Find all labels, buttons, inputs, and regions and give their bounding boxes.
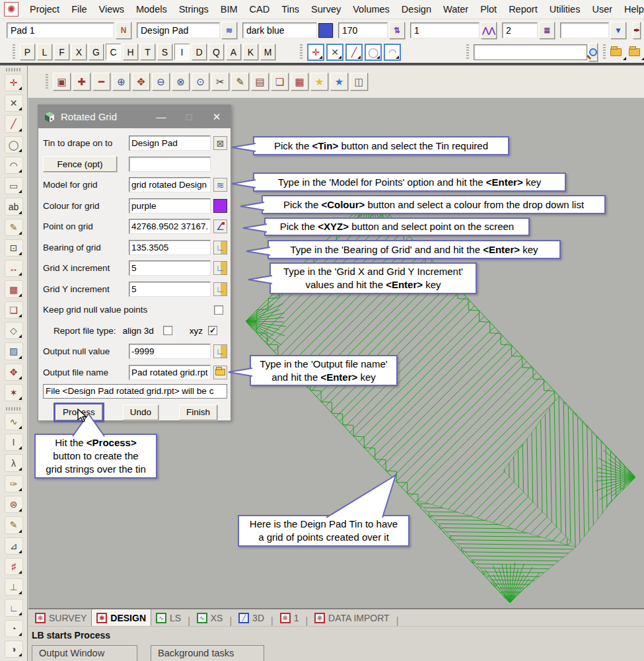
- rectangle-tool-button[interactable]: ▭: [5, 177, 23, 194]
- survey-tool-button[interactable]: λ: [5, 454, 23, 471]
- weight-field[interactable]: [502, 22, 538, 38]
- arc-tool-button[interactable]: ◠: [5, 157, 23, 174]
- sort-icon[interactable]: ⇅: [389, 22, 405, 39]
- move-tool-button[interactable]: ✥: [5, 364, 23, 381]
- search-input[interactable]: [474, 44, 587, 60]
- app-logo-icon[interactable]: ✺: [4, 2, 18, 17]
- menu-item-cad[interactable]: CAD: [244, 1, 276, 17]
- menu-item-water[interactable]: Water: [437, 1, 474, 17]
- angle-icon[interactable]: ∟: [213, 261, 227, 275]
- circle-snap-button[interactable]: ◯: [365, 44, 382, 61]
- edit-string-button[interactable]: ✎: [231, 73, 249, 91]
- point-snap-button[interactable]: ✛: [307, 44, 324, 61]
- zoom-window-button[interactable]: ⊙: [192, 73, 209, 91]
- tool-letter-h[interactable]: H: [123, 44, 138, 60]
- menu-item-views[interactable]: Views: [93, 1, 130, 17]
- colour-field[interactable]: [242, 22, 317, 38]
- toolbar-grip[interactable]: [603, 44, 606, 60]
- angle-icon[interactable]: ∟: [213, 344, 227, 358]
- toolbar-grip[interactable]: [13, 44, 15, 60]
- shared-star-button[interactable]: ★: [330, 73, 348, 91]
- town-grid-button[interactable]: ▦: [291, 73, 308, 91]
- menu-item-plot[interactable]: Plot: [474, 1, 503, 17]
- notes-tool-button[interactable]: ✑: [5, 475, 23, 492]
- drainage-tool-button[interactable]: ∟: [5, 599, 23, 616]
- menu-item-strings[interactable]: Strings: [173, 1, 215, 17]
- report-file-type-align-3d-checkbox[interactable]: [163, 326, 172, 335]
- dropdown-icon[interactable]: ▼: [610, 22, 626, 39]
- model-picker-icon[interactable]: ≋: [221, 22, 237, 39]
- output-file-name-input[interactable]: [129, 365, 211, 380]
- tool-letter-q[interactable]: Q: [209, 44, 224, 60]
- dialog-title-bar[interactable]: Rotated Grid —□✕: [38, 105, 231, 128]
- symbol-field[interactable]: [560, 22, 609, 38]
- fence-button[interactable]: Fence (opt): [43, 156, 117, 172]
- colour-for-grid-input[interactable]: [129, 198, 211, 214]
- toolbar-grip[interactable]: [46, 74, 48, 90]
- tab-design[interactable]: ✻DESIGN: [91, 609, 151, 626]
- section-tool-button[interactable]: ⊜: [5, 496, 23, 513]
- tool-letter-c[interactable]: C: [106, 44, 121, 60]
- polygon-tool-button[interactable]: ◇: [5, 322, 23, 339]
- tool-letter-m[interactable]: M: [260, 44, 275, 60]
- zoom-extents-button[interactable]: ⊖: [152, 73, 170, 91]
- zoom-previous-button[interactable]: ⊗: [172, 73, 190, 91]
- pipe-tool-button[interactable]: ⊥: [5, 578, 23, 596]
- output-window-panel[interactable]: Output Window: [32, 645, 137, 661]
- menu-item-project[interactable]: Project: [24, 1, 65, 17]
- menu-item-report[interactable]: Report: [503, 1, 544, 17]
- model-for-grid-input[interactable]: [129, 177, 211, 192]
- freehand-tool-button[interactable]: ∿: [5, 413, 23, 430]
- keep-null-points-checkbox[interactable]: [214, 305, 223, 315]
- toolbar-grip[interactable]: [300, 44, 303, 60]
- plot-view-button[interactable]: ▤: [251, 73, 269, 91]
- point-tool-button[interactable]: ✛: [5, 74, 23, 91]
- cross-snap-button[interactable]: ✕: [326, 44, 343, 61]
- bearing-of-grid-input[interactable]: [129, 240, 211, 255]
- name-picker-icon[interactable]: N: [116, 22, 131, 39]
- interface-tool-button[interactable]: Ⅰ: [5, 434, 23, 451]
- sidebar-grip[interactable]: [6, 68, 22, 71]
- tool-letter-a[interactable]: A: [226, 44, 241, 60]
- favourites-star-button[interactable]: ★: [310, 73, 328, 91]
- tin-field[interactable]: [410, 22, 480, 38]
- line-tool-button[interactable]: ╱: [5, 115, 23, 132]
- line-snap-button[interactable]: ╱: [345, 44, 363, 61]
- image-tool-button[interactable]: ▨: [5, 342, 23, 360]
- symbol-tool-button[interactable]: ✎: [5, 219, 23, 236]
- finish-button[interactable]: Finish: [179, 405, 217, 420]
- slope-tool-button[interactable]: ⊿: [5, 537, 23, 555]
- tool-letter-l[interactable]: L: [37, 44, 52, 60]
- tool-letter-s[interactable]: S: [157, 44, 172, 60]
- grid-x-increment-input[interactable]: [129, 260, 211, 276]
- measure-tool-button[interactable]: ↔: [5, 260, 23, 277]
- fence-input[interactable]: [129, 157, 211, 172]
- linestyle-field[interactable]: [338, 22, 388, 38]
- star-point-tool-button[interactable]: ✶: [5, 384, 23, 401]
- circle-tool-button[interactable]: ◯: [5, 136, 23, 153]
- profile-icon[interactable]: ⋀⋀: [481, 22, 497, 39]
- menu-item-volumes[interactable]: Volumes: [347, 1, 396, 17]
- output-null-value-input[interactable]: [129, 344, 211, 359]
- text-tool-button[interactable]: ab: [5, 198, 23, 215]
- add-view-button[interactable]: ✚: [73, 73, 90, 91]
- search-button[interactable]: [589, 43, 598, 61]
- tab-ls[interactable]: ∿LS: [151, 610, 186, 626]
- tin-icon[interactable]: ⊠: [213, 136, 227, 150]
- arc-snap-button[interactable]: ◠: [384, 44, 401, 61]
- angle-icon[interactable]: ∟: [213, 282, 227, 296]
- copy-window-tool-button[interactable]: ❏: [5, 301, 23, 319]
- tile-views-button[interactable]: ◫: [350, 73, 368, 91]
- minimize-button[interactable]: —: [147, 111, 175, 123]
- cross-tool-button[interactable]: ✕: [5, 95, 23, 112]
- close-button[interactable]: ✕: [203, 111, 231, 123]
- background-tasks-panel[interactable]: Background tasks: [151, 645, 264, 661]
- undo-button[interactable]: Undo: [123, 405, 159, 420]
- tab-data-import[interactable]: ✻DATA IMPORT: [310, 610, 394, 626]
- tab-survey[interactable]: ✻SURVEY: [30, 610, 91, 626]
- model-icon[interactable]: ≋: [213, 178, 227, 192]
- grid-tool-button[interactable]: ▦: [5, 280, 23, 297]
- new-view-button[interactable]: ▣: [53, 73, 71, 91]
- eyedropper-icon[interactable]: ✒: [633, 22, 641, 39]
- folder-icon[interactable]: [213, 366, 227, 379]
